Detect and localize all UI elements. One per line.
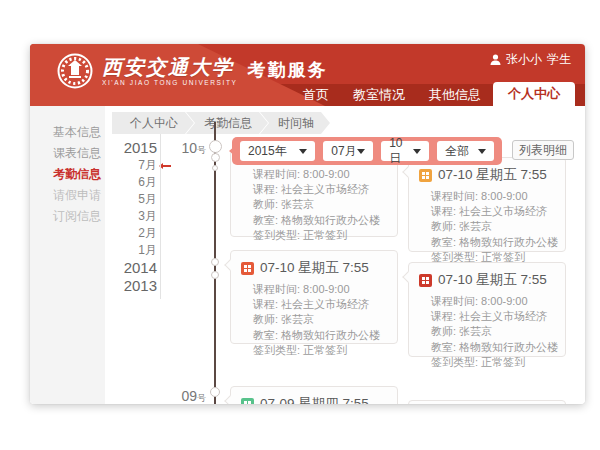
signin-type: 签到类型: 正常签到 xyxy=(253,343,387,358)
user-name: 张小小 xyxy=(506,51,542,68)
sidebar-item-leave-request[interactable]: 请假申请 xyxy=(30,185,105,206)
teacher-name: 教师: 张芸京 xyxy=(431,324,555,339)
caret-down-icon xyxy=(478,149,486,158)
card-date-title: 07-10 星期五 7:55 xyxy=(260,259,369,277)
signin-type: 签到类型: 正常签到 xyxy=(431,355,555,370)
course-name: 课程: 社会主义市场经济 xyxy=(253,182,387,197)
classroom: 教室: 格物致知行政办公楼 xyxy=(431,235,555,250)
nav-tab-personal-center[interactable]: 个人中心 xyxy=(493,82,575,106)
sidebar-item-subscription-info[interactable]: 订阅信息 xyxy=(30,206,105,227)
nav-item-other-info[interactable]: 其他信息 xyxy=(417,84,493,106)
timeline-year-2015[interactable]: 2015 xyxy=(100,139,157,157)
teacher-name: 教师: 张芸京 xyxy=(431,219,555,234)
card-pointer xyxy=(224,259,235,270)
attendance-card: 07-10 星期五 7:55 课程时间: 8:00-9:00 课程: 社会主义市… xyxy=(408,157,566,252)
timeline-year-2013[interactable]: 2013 xyxy=(100,277,157,295)
teacher-name: 教师: 张芸京 xyxy=(253,312,387,327)
university-name-en: XI'AN JIAO TONG UNIVERSITY xyxy=(102,78,237,87)
timeline-month-jul[interactable]: 7月 xyxy=(100,157,157,174)
course-name: 课程: 社会主义市场经济 xyxy=(431,309,555,324)
timeline-node xyxy=(211,271,219,279)
course-time: 课程时间: 8:00-9:00 xyxy=(431,294,555,309)
timeline-month-jun[interactable]: 6月 xyxy=(100,174,157,191)
user-role: 学生 xyxy=(547,51,571,68)
university-name-cn: 西安交通大学 xyxy=(102,56,237,78)
app-header: 西安交通大学 XI'AN JIAO TONG UNIVERSITY 考勤服务 张… xyxy=(30,44,585,106)
course-name: 课程: 社会主义市场经济 xyxy=(431,204,555,219)
timeline-year-list: 2015 7月 6月 5月 3月 2月 1月 2014 2013 xyxy=(100,139,157,295)
content-area: 基本信息 课表信息 考勤信息 请假申请 订阅信息 个人中心 考勤信息 时间轴 2… xyxy=(30,106,585,404)
attendance-card xyxy=(408,400,566,404)
user-info[interactable]: 张小小 学生 xyxy=(490,51,571,68)
university-logo: 西安交通大学 XI'AN JIAO TONG UNIVERSITY 考勤服务 xyxy=(56,52,327,90)
timeline-node-large xyxy=(209,140,222,153)
list-detail-button[interactable]: 列表明细 xyxy=(512,140,574,160)
card-pointer xyxy=(224,395,235,404)
year-list-divider xyxy=(160,134,161,299)
attendance-card: 07-10 星期五 7:55 课程时间: 8:00-9:00 课程: 社会主义市… xyxy=(230,250,398,344)
caret-down-icon xyxy=(413,149,421,158)
day-label-10: 10号 xyxy=(166,139,206,157)
sidebar-item-attendance-info[interactable]: 考勤信息 xyxy=(30,164,105,185)
month-dropdown[interactable]: 07月 xyxy=(323,141,373,161)
day-label-09: 09号 xyxy=(166,387,206,404)
timeline-month-feb[interactable]: 2月 xyxy=(100,225,157,242)
day-dropdown[interactable]: 10日 xyxy=(381,141,429,161)
card-date-title: 07-10 星期五 7:55 xyxy=(438,166,547,184)
sidebar-item-schedule-info[interactable]: 课表信息 xyxy=(30,143,105,164)
card-date-title: 07-09 星期四 7:55 xyxy=(260,395,369,404)
card-date-title: 07-10 星期五 7:55 xyxy=(438,271,547,289)
caret-down-icon xyxy=(299,149,307,158)
card-pointer xyxy=(402,166,413,177)
classroom: 教室: 格物致知行政办公楼 xyxy=(253,213,387,228)
classroom: 教室: 格物致知行政办公楼 xyxy=(253,328,387,343)
caret-down-icon xyxy=(357,149,365,158)
timeline-month-may[interactable]: 5月 xyxy=(100,191,157,208)
course-time: 课程时间: 8:00-9:00 xyxy=(253,167,387,182)
card-pointer xyxy=(402,271,413,282)
app-title: 考勤服务 xyxy=(247,58,327,82)
teacher-name: 教师: 张芸京 xyxy=(253,197,387,212)
course-name: 课程: 社会主义市场经济 xyxy=(253,297,387,312)
timeline-node-medium xyxy=(211,153,220,162)
year-dropdown[interactable]: 2015年 xyxy=(240,141,315,161)
calendar-icon xyxy=(419,169,432,182)
breadcrumb-personal-center[interactable]: 个人中心 xyxy=(112,112,194,134)
calendar-icon xyxy=(419,274,432,287)
current-month-marker xyxy=(160,165,171,167)
signin-type: 签到类型: 正常签到 xyxy=(253,228,387,243)
timeline-node xyxy=(210,387,220,397)
person-icon xyxy=(490,54,501,66)
calendar-icon xyxy=(241,398,254,405)
sidebar-item-basic-info[interactable]: 基本信息 xyxy=(30,122,105,143)
attendance-card: 07-09 星期四 7:55 xyxy=(230,386,398,404)
breadcrumb-attendance-info[interactable]: 考勤信息 xyxy=(186,112,268,134)
university-seal-icon xyxy=(56,52,94,90)
timeline-month-mar[interactable]: 3月 xyxy=(100,208,157,225)
course-time: 课程时间: 8:00-9:00 xyxy=(431,189,555,204)
timeline-node xyxy=(211,258,219,266)
nav-item-home[interactable]: 首页 xyxy=(291,84,341,106)
app-window: 西安交通大学 XI'AN JIAO TONG UNIVERSITY 考勤服务 张… xyxy=(30,44,585,404)
calendar-icon xyxy=(241,262,254,275)
university-name: 西安交通大学 XI'AN JIAO TONG UNIVERSITY xyxy=(102,56,237,87)
main-nav: 首页 教室情况 其他信息 个人中心 xyxy=(291,82,575,106)
type-dropdown[interactable]: 全部 xyxy=(437,141,494,161)
timeline-year-2014[interactable]: 2014 xyxy=(100,259,157,277)
timeline-month-jan[interactable]: 1月 xyxy=(100,242,157,259)
course-time: 课程时间: 8:00-9:00 xyxy=(253,282,387,297)
timeline-node-small xyxy=(212,165,218,171)
filter-bar: 2015年 07月 10日 全部 xyxy=(232,137,502,165)
nav-item-classrooms[interactable]: 教室情况 xyxy=(341,84,417,106)
breadcrumb: 个人中心 考勤信息 时间轴 xyxy=(112,112,330,134)
classroom: 教室: 格物致知行政办公楼 xyxy=(431,340,555,355)
sidebar: 基本信息 课表信息 考勤信息 请假申请 订阅信息 xyxy=(30,106,105,404)
breadcrumb-timeline[interactable]: 时间轴 xyxy=(260,112,330,134)
attendance-card: 07-10 星期五 7:55 课程时间: 8:00-9:00 课程: 社会主义市… xyxy=(408,262,566,357)
